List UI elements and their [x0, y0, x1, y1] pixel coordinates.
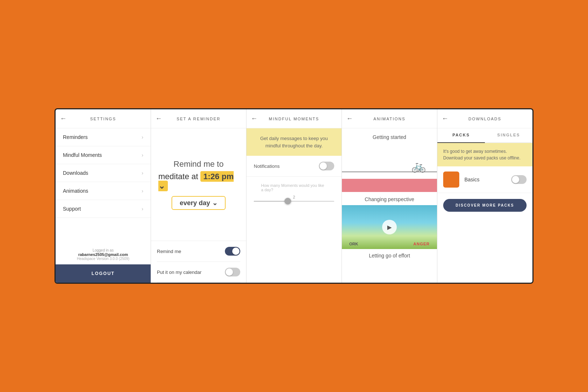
support-label: Support [63, 206, 81, 212]
changing-scene[interactable]: ▶ ORK ANGER [342, 205, 437, 249]
downloads-banner: It's good to get away sometimes. Downloa… [437, 143, 532, 166]
mindful-chevron: › [142, 152, 143, 158]
notifications-toggle-knob [320, 162, 327, 170]
remind-me-toggle[interactable] [225, 247, 240, 256]
animations-chevron: › [142, 188, 143, 194]
frequency-selector[interactable]: every day ⌄ [172, 196, 225, 210]
anger-label: ANGER [413, 242, 430, 246]
letting-go-title: Letting go of effort [342, 249, 437, 262]
reminder-header: ← SET A REMINDER [151, 109, 246, 128]
meditate-text: meditate at [158, 172, 198, 181]
reminder-back-arrow[interactable]: ← [155, 115, 162, 122]
settings-support-item[interactable]: Support › [56, 200, 151, 218]
animations-header: ← ANIMATIONS [342, 109, 437, 128]
remind-me-toggle-knob [232, 248, 240, 255]
reminder-screen: ← SET A REMINDER Remind me to meditate a… [151, 109, 246, 283]
work-label: ORK [349, 242, 358, 246]
slider-fill [254, 201, 286, 202]
notifications-row: Notifications [246, 156, 342, 177]
remind-text: Remind me to [174, 159, 224, 169]
animations-content: Getting started 🚲 Changing perspective ▶… [342, 128, 437, 283]
packs-tab[interactable]: PACKS [437, 128, 485, 143]
basics-toggle-knob [512, 176, 519, 183]
notifications-toggle[interactable] [319, 162, 334, 170]
downloads-title: DOWNLOADS [468, 117, 501, 121]
remind-me-row: Remind me [157, 241, 240, 262]
downloads-chevron: › [142, 170, 143, 176]
settings-animations-item[interactable]: Animations › [56, 182, 151, 200]
settings-downloads-item[interactable]: Downloads › [56, 164, 151, 182]
getting-started-title: Getting started [342, 128, 437, 146]
settings-reminders-item[interactable]: Reminders › [56, 128, 151, 146]
settings-screen: ← SETTINGS Reminders › Mindful Moments ›… [56, 109, 151, 283]
settings-title: SETTINGS [90, 117, 116, 121]
moments-slider-track[interactable] [254, 201, 334, 202]
reminder-options: Remind me Put it on my calendar [151, 241, 246, 283]
downloads-tabs: PACKS SINGLES [437, 128, 532, 143]
animations-label: Animations [63, 188, 88, 194]
reminder-time-row: meditate at 1:26 pm ⌄ [158, 172, 239, 191]
downloads-header: ← DOWNLOADS [437, 109, 532, 128]
basics-pack-name: Basics [464, 177, 511, 182]
reminder-content: Remind me to meditate at 1:26 pm ⌄ every… [151, 128, 246, 241]
time-dropdown-icon: ⌄ [158, 181, 165, 191]
screens-container: ← SETTINGS Reminders › Mindful Moments ›… [54, 108, 534, 284]
mindful-back-arrow[interactable]: ← [251, 115, 257, 122]
singles-tab[interactable]: SINGLES [485, 128, 532, 142]
reminders-label: Reminders [63, 134, 88, 140]
logged-label: Logged in as [59, 248, 147, 252]
downloads-screen: ← DOWNLOADS PACKS SINGLES It's good to g… [437, 109, 532, 283]
calendar-toggle[interactable] [225, 268, 240, 276]
downloads-label: Downloads [63, 170, 88, 176]
discover-more-packs-button[interactable]: DISCOVER MORE PACKS [443, 199, 527, 212]
animations-back-arrow[interactable]: ← [346, 115, 353, 122]
bicycle-scene: 🚲 [342, 146, 437, 179]
mindful-title: MINDFUL MOMENTS [269, 117, 319, 121]
settings-back-arrow[interactable]: ← [60, 115, 67, 122]
mindful-label: Mindful Moments [63, 152, 102, 158]
pink-banner [342, 179, 437, 192]
mindful-banner: Get daily messages to keep you mindful t… [246, 128, 342, 156]
moments-slider-section: How many Moments would you like a day? 2 [246, 177, 342, 206]
changing-perspective-title: Changing perspective [342, 192, 437, 205]
reminders-chevron: › [142, 134, 143, 140]
calendar-row: Put it on my calendar [157, 262, 240, 283]
settings-mindful-item[interactable]: Mindful Moments › [56, 146, 151, 164]
user-email: rabarnes2505@gmail.com [59, 252, 147, 257]
calendar-label: Put it on my calendar [157, 270, 201, 275]
basics-pack-icon [443, 172, 459, 188]
support-chevron: › [142, 206, 143, 212]
basics-pack-item: Basics [437, 166, 532, 193]
mindful-header: ← MINDFUL MOMENTS [246, 109, 342, 128]
cyclist-figure: 🚲 [411, 159, 426, 173]
notifications-label: Notifications [254, 163, 280, 169]
play-button[interactable]: ▶ [382, 220, 397, 234]
remind-me-label: Remind me [157, 249, 181, 254]
frequency-dropdown-icon: ⌄ [212, 199, 218, 207]
settings-footer: Logged in as rabarnes2505@gmail.com Head… [56, 245, 151, 283]
basics-toggle[interactable] [511, 175, 527, 184]
downloads-back-arrow[interactable]: ← [442, 115, 448, 122]
settings-header: ← SETTINGS [56, 109, 151, 128]
reminder-title: SET A REMINDER [177, 117, 220, 121]
app-version: Headspace Version 3.0.0 (2509) [59, 257, 147, 261]
animations-screen: ← ANIMATIONS Getting started 🚲 Changing … [342, 109, 437, 283]
slider-thumb[interactable] [284, 198, 291, 204]
slider-value-label: 2 [254, 195, 334, 199]
logged-in-info: Logged in as rabarnes2505@gmail.com Head… [56, 245, 151, 264]
calendar-toggle-knob [226, 268, 233, 276]
frequency-value: every day [180, 199, 210, 207]
logout-button[interactable]: LOGOUT [56, 264, 151, 283]
animations-title: ANIMATIONS [373, 117, 406, 121]
moments-placeholder: How many Moments would you like a day? [254, 183, 334, 195]
time-value: 1:26 pm [203, 172, 234, 181]
mindful-screen: ← MINDFUL MOMENTS Get daily messages to … [246, 109, 342, 283]
